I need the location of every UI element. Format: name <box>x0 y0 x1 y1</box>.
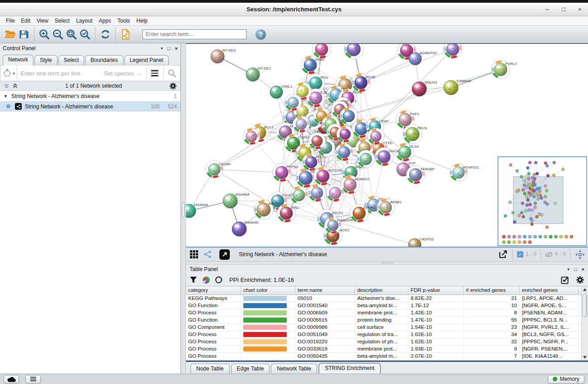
network-node-cd2ap[interactable]: CD2AP <box>206 161 231 178</box>
zoom-out-button[interactable] <box>51 28 65 41</box>
network-node-ms4a4e[interactable]: MS4A4E <box>232 220 259 236</box>
open-session-button[interactable] <box>4 28 17 41</box>
tab-string-enrichment[interactable]: STRING Enrichment <box>318 363 380 374</box>
tab-network[interactable]: Network <box>3 55 33 66</box>
network-node-notch1[interactable]: NOTCH1 <box>314 167 343 186</box>
network-node[interactable] <box>308 184 326 202</box>
menu-select[interactable]: Select <box>52 17 73 25</box>
network-node[interactable] <box>313 44 331 59</box>
select-rows-icon[interactable] <box>561 276 569 284</box>
gear-icon[interactable] <box>169 82 177 90</box>
network-node-dlg4[interactable]: DLG4 <box>396 143 419 162</box>
network-node[interactable] <box>290 187 308 204</box>
maximize-button[interactable]: □ <box>560 6 567 13</box>
filter-icon[interactable] <box>190 276 197 284</box>
memory-button[interactable]: Memory <box>548 375 584 384</box>
network-row[interactable]: String Network - Alzheimer's disease 100… <box>0 101 180 112</box>
zoom-selected-button[interactable] <box>78 28 92 41</box>
gear-icon[interactable] <box>576 276 584 284</box>
string-query-input[interactable] <box>17 70 104 77</box>
network-node[interactable] <box>337 126 354 143</box>
network-node-bin1[interactable]: BIN1 <box>277 204 299 223</box>
tab-edge-table[interactable]: Edge Table <box>231 364 270 374</box>
splitter-grip[interactable] <box>182 202 185 218</box>
chart-color-button[interactable] <box>203 276 210 284</box>
close-panel-icon[interactable]: × <box>582 267 584 272</box>
task-history-button[interactable] <box>25 375 41 384</box>
string-search-button[interactable] <box>164 66 180 81</box>
network-node[interactable] <box>444 44 462 59</box>
network-node[interactable] <box>293 116 310 133</box>
network-node-ppp5c[interactable]: PPP5C <box>273 164 299 182</box>
menu-view[interactable]: View <box>33 17 52 25</box>
scroll-down-button[interactable] <box>582 354 588 361</box>
network-node-bche[interactable]: BCHE <box>352 74 376 92</box>
network-canvas[interactable]: MT-ND2MT-ND1VSNL1ADAMTS2PVRL2SMUG1TOMM40… <box>186 43 588 247</box>
close-button[interactable]: × <box>576 6 583 13</box>
panel-menu-icon[interactable]: ▾ <box>161 46 163 51</box>
column-header-fdr-p-value[interactable]: FDR p-value <box>408 286 464 295</box>
table-row[interactable]: GO ComponentGO:0009986cell surface1.54E-… <box>186 324 581 331</box>
search-input[interactable] <box>142 29 247 39</box>
network-node-ms4a4a[interactable]: MS4A4A <box>186 203 209 218</box>
network-node[interactable] <box>327 184 344 202</box>
column-header-description[interactable]: description <box>355 286 408 295</box>
column-header-term-name[interactable]: term name <box>295 286 355 295</box>
share-view-button[interactable] <box>202 249 213 260</box>
network-node[interactable] <box>336 144 353 161</box>
zoom-fit-button[interactable] <box>65 28 78 41</box>
menu-tools[interactable]: Tools <box>114 17 133 25</box>
table-row[interactable]: GO FunctionGO:0001540beta-amyloid bi...1… <box>186 302 581 309</box>
network-node-mthfd1l[interactable]: MTHFD1L <box>450 164 480 182</box>
network-collection-row[interactable]: ▼ String Network - Alzheimer's disease 1 <box>0 91 180 101</box>
menu-edit[interactable]: Edit <box>18 17 33 25</box>
table-row[interactable]: GO ProcessGO:0033619membrane prot...1.93… <box>186 346 581 353</box>
clear-color-button[interactable] <box>215 276 222 283</box>
network-node[interactable] <box>285 94 302 111</box>
column-header-enriched-genes[interactable]: enriched genes <box>520 286 579 295</box>
table-row[interactable]: GO ProcessGO:0051049regulation of tra...… <box>186 331 581 338</box>
help-button[interactable]: ? <box>256 29 266 40</box>
network-node[interactable] <box>243 128 260 145</box>
table-scrollbar[interactable] <box>581 286 588 361</box>
table-row[interactable]: GO ProcessGO:0050435beta-amyloid m...2.0… <box>186 353 581 360</box>
export-network-button[interactable] <box>498 249 508 260</box>
table-splitter[interactable] <box>186 261 588 265</box>
menu-layout[interactable]: Layout <box>73 17 95 25</box>
column-header--enriched-genes[interactable]: # enriched genes <box>464 286 520 295</box>
save-session-button[interactable] <box>17 28 31 41</box>
column-header-category[interactable]: category <box>186 286 241 295</box>
tab-style[interactable]: Style <box>34 55 57 65</box>
tab-network-table[interactable]: Network Table <box>271 364 317 374</box>
string-logo-dropdown[interactable]: ▾ <box>0 66 17 81</box>
panel-menu-icon[interactable]: ▾ <box>567 267 569 272</box>
collapse-all-icon[interactable] <box>4 83 9 89</box>
import-network-button[interactable] <box>119 28 133 41</box>
scroll-up-button[interactable] <box>582 286 588 293</box>
float-panel-icon[interactable]: □ <box>167 46 171 51</box>
network-node-pvrl2[interactable]: PVRL2 <box>492 61 517 79</box>
network-node[interactable] <box>368 128 384 145</box>
set-species-label[interactable]: Set species → <box>104 70 147 77</box>
scroll-thumb[interactable] <box>583 294 587 317</box>
expand-all-icon[interactable] <box>12 83 18 89</box>
zoom-in-button[interactable] <box>38 28 51 41</box>
menu-file[interactable]: File <box>3 17 18 25</box>
navigate-button[interactable] <box>574 249 585 260</box>
network-node-mt-nd2[interactable]: MT-ND2 <box>211 48 236 63</box>
float-panel-icon[interactable]: □ <box>574 267 577 272</box>
network-node[interactable] <box>309 133 326 150</box>
tab-select[interactable]: Select <box>58 55 84 65</box>
table-row[interactable]: KEGG Pathways05010Alzheimer's dise...8.8… <box>186 295 581 302</box>
refresh-button[interactable] <box>99 28 112 41</box>
network-node-ms4a6a[interactable]: MS4A6A <box>223 192 250 208</box>
network-node-apbb1[interactable]: APBB1 <box>377 199 402 216</box>
grid-view-button[interactable] <box>189 249 199 260</box>
network-node[interactable] <box>357 150 375 168</box>
menu-apps[interactable]: Apps <box>95 17 114 25</box>
network-node-tomm40[interactable]: TOMM40 <box>444 79 471 95</box>
column-header-chart-color[interactable]: chart color <box>241 286 295 295</box>
network-node-cadps2[interactable]: CADPS2 <box>408 237 434 247</box>
network-node-tardbp[interactable]: TARDBP <box>407 166 435 184</box>
birds-eye-view[interactable] <box>498 156 587 246</box>
